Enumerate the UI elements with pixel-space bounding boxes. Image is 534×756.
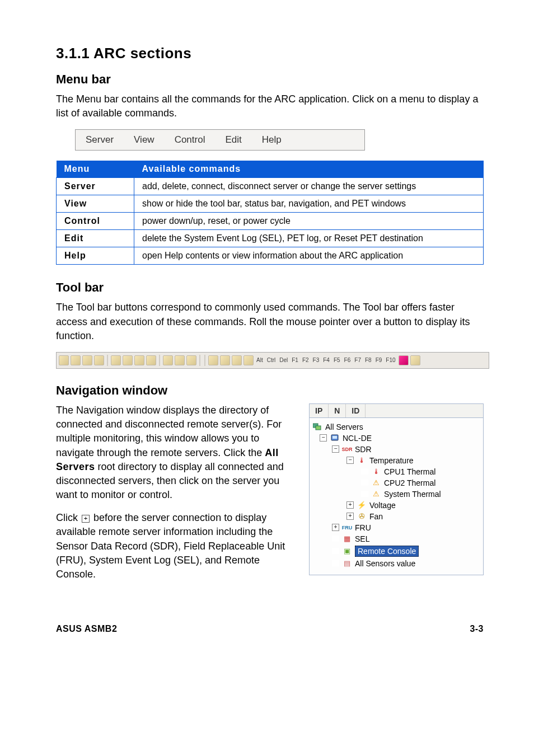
tree-system-thermal[interactable]: ⚠ System Thermal (313, 489, 480, 500)
console-icon: ▣ (343, 547, 352, 556)
toolbar-icon[interactable] (123, 355, 133, 365)
toolbar-icon[interactable] (71, 355, 81, 365)
sdr-icon: SDR (343, 445, 352, 454)
toolbar-key[interactable]: F8 (365, 357, 372, 363)
toolbar-key[interactable]: F2 (302, 357, 309, 363)
expand-icon[interactable]: + (346, 513, 354, 520)
toolbar-icon[interactable] (410, 355, 420, 365)
servers-icon (313, 422, 322, 431)
row-desc: open Help contents or view information a… (134, 247, 484, 265)
expand-icon[interactable]: + (346, 501, 354, 509)
toolbar-icon[interactable] (399, 355, 409, 365)
toolbar-key[interactable]: F6 (344, 357, 351, 363)
toolbar-key[interactable]: Ctrl (267, 357, 276, 363)
footer-left: ASUS ASMB2 (56, 624, 117, 634)
sel-icon: ▦ (343, 534, 352, 543)
toolbar-icon[interactable] (82, 355, 92, 365)
toolbar-icon[interactable] (163, 355, 173, 365)
spacer (332, 560, 339, 566)
svg-rect-3 (332, 436, 337, 439)
row-name: Help (57, 247, 134, 265)
toolbar-icon[interactable] (111, 355, 121, 365)
tree-sdr[interactable]: − SDR SDR (313, 444, 480, 455)
table-row: Control power down/up, reset, or power c… (57, 213, 484, 230)
navigation-tree-panel: IP N ID All Servers − NCL-DE (309, 403, 484, 575)
toolbar-para: The Tool bar buttons correspond to commo… (56, 300, 484, 343)
toolbar-icon[interactable] (146, 355, 156, 365)
navwindow-para2: Click + before the server connection to … (56, 511, 298, 581)
tree-fru[interactable]: + FRU FRU (313, 522, 480, 533)
toolbar-icon[interactable] (208, 355, 218, 365)
toolbar-icon[interactable] (175, 355, 185, 365)
thermometer-icon: 🌡 (357, 456, 366, 465)
menu-view[interactable]: View (134, 134, 154, 145)
row-desc: add, delete, connect, disconnect server … (134, 178, 484, 195)
collapse-icon[interactable]: − (320, 434, 327, 442)
tree-voltage[interactable]: + ⚡ Voltage (313, 500, 480, 511)
toolbar-separator (159, 355, 160, 366)
tab-n[interactable]: N (329, 404, 346, 417)
row-desc: delete the System Event Log (SEL), PET l… (134, 230, 484, 247)
toolbar-key[interactable]: F3 (313, 357, 320, 363)
row-name: Edit (57, 230, 134, 247)
navwindow-para1: The Navigation window displays the direc… (56, 403, 298, 502)
menubar-para: The Menu bar contains all the commands f… (56, 92, 484, 120)
menu-server[interactable]: Server (86, 134, 114, 145)
tab-ip[interactable]: IP (310, 404, 329, 417)
toolbar-screenshot: Alt Ctrl Del F1 F2 F3 F4 F5 F6 F7 F8 F9 … (56, 352, 489, 369)
tree-temperature[interactable]: − 🌡 Temperature (313, 455, 480, 466)
tree-remote-console[interactable]: ▣ Remote Console (313, 544, 480, 558)
spacer (361, 480, 368, 486)
toolbar-separator (199, 355, 200, 366)
tree-sel[interactable]: ▦ SEL (313, 533, 480, 544)
spacer (332, 548, 339, 554)
tree-fan[interactable]: + ✇ Fan (313, 511, 480, 522)
tree-cpu2-thermal[interactable]: ⚠ CPU2 Thermal (313, 477, 480, 489)
expand-icon[interactable]: + (332, 524, 339, 531)
sensors-icon: ▤ (343, 559, 352, 568)
toolbar-key[interactable]: F7 (354, 357, 361, 363)
commands-table: Menu Available commands Server add, dele… (56, 161, 484, 265)
spacer (332, 536, 339, 542)
tree-root[interactable]: All Servers (313, 421, 480, 433)
toolbar-key[interactable]: Del (279, 357, 288, 363)
thermometer-icon: 🌡 (372, 467, 381, 476)
toolbar-icon[interactable] (186, 355, 196, 365)
toolbar-icon[interactable] (220, 355, 230, 365)
toolbar-key[interactable]: F4 (323, 357, 330, 363)
row-desc: show or hide the tool bar, status bar, n… (134, 195, 484, 213)
th-commands: Available commands (134, 161, 484, 178)
toolbar-icon[interactable] (243, 355, 254, 365)
menu-help[interactable]: Help (262, 134, 282, 145)
toolbar-icon[interactable] (232, 355, 242, 365)
table-row: Server add, delete, connect, disconnect … (57, 178, 484, 195)
toolbar-heading: Tool bar (56, 280, 484, 295)
collapse-icon[interactable]: − (332, 445, 339, 453)
warning-icon: ⚠ (372, 490, 381, 499)
toolbar-icon[interactable] (59, 355, 69, 365)
tree-cpu1-thermal[interactable]: 🌡 CPU1 Thermal (313, 466, 480, 477)
tree-server[interactable]: − NCL-DE (313, 433, 480, 444)
toolbar-icon[interactable] (94, 355, 104, 365)
toolbar-key[interactable]: F5 (334, 357, 340, 363)
menubar-heading: Menu bar (56, 72, 484, 87)
tree-all-sensors[interactable]: ▤ All Sensors value (313, 558, 480, 569)
server-icon (330, 434, 339, 443)
row-name: View (57, 195, 134, 213)
collapse-icon[interactable]: − (346, 457, 354, 464)
table-row: Help open Help contents or view informat… (57, 247, 484, 265)
toolbar-key[interactable]: F1 (292, 357, 298, 363)
menu-control[interactable]: Control (175, 134, 205, 145)
toolbar-key[interactable]: F9 (376, 357, 382, 363)
navwindow-heading: Navigation window (56, 383, 484, 398)
row-desc: power down/up, reset, or power cycle (134, 213, 484, 230)
toolbar-key[interactable]: F10 (386, 357, 395, 363)
plus-icon: + (82, 515, 90, 523)
menu-edit[interactable]: Edit (225, 134, 241, 145)
voltage-icon: ⚡ (357, 501, 366, 510)
tab-id[interactable]: ID (346, 404, 366, 417)
toolbar-key[interactable]: Alt (256, 357, 263, 363)
toolbar-separator (204, 355, 205, 366)
toolbar-icon[interactable] (134, 355, 144, 365)
selected-node: Remote Console (355, 546, 419, 557)
